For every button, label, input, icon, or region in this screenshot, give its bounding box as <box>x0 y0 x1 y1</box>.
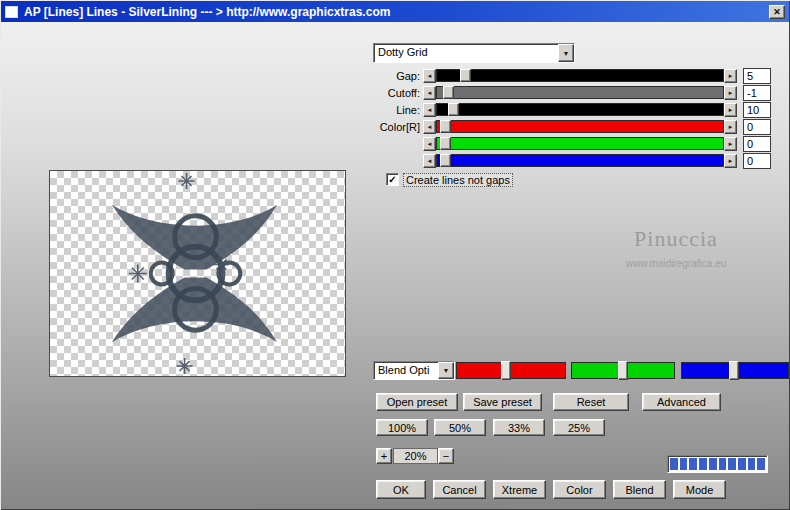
param-row-color-g: ◄ ► 0 <box>371 136 771 151</box>
progress-segment <box>719 458 727 470</box>
ok-button[interactable]: OK <box>376 480 426 499</box>
slider-right-arrow-icon[interactable]: ► <box>724 69 737 83</box>
blend-options-dropdown[interactable]: Blend Opti ▼ <box>373 361 455 380</box>
zoom-out-button[interactable]: − <box>438 448 454 464</box>
chevron-down-icon[interactable]: ▼ <box>438 362 454 379</box>
title-bar: AP [Lines] Lines - SilverLining --- > ht… <box>1 1 789 22</box>
close-icon[interactable]: ✕ <box>769 5 785 19</box>
slider-track[interactable] <box>436 154 724 167</box>
progress-segment <box>689 458 697 470</box>
zoom-100-button[interactable]: 100% <box>376 419 428 436</box>
window-title: AP [Lines] Lines - SilverLining --- > ht… <box>24 5 769 19</box>
blend-button[interactable]: Blend <box>613 480 666 499</box>
mode-button[interactable]: Mode <box>673 480 726 499</box>
save-preset-button[interactable]: Save preset <box>463 393 542 411</box>
zoom-50-button[interactable]: 50% <box>434 419 486 436</box>
progress-segment <box>670 458 678 470</box>
watermark-name: Pinuccia <box>586 226 766 252</box>
param-label: Line: <box>371 104 423 116</box>
xtreme-button[interactable]: Xtreme <box>493 480 546 499</box>
param-value[interactable]: -1 <box>743 85 771 101</box>
param-label: Color[R] <box>371 121 423 133</box>
slider-track[interactable] <box>436 137 724 150</box>
slider-handle[interactable] <box>448 103 459 116</box>
param-label: Gap: <box>371 70 423 82</box>
slider-left-arrow-icon[interactable]: ◄ <box>423 137 436 151</box>
progress-segment <box>757 458 765 470</box>
zoom-33-button[interactable]: 33% <box>493 419 545 436</box>
slider-track[interactable] <box>436 86 724 99</box>
create-lines-option[interactable]: ✓ Create lines not gaps <box>386 173 512 186</box>
progress-segment <box>680 458 688 470</box>
dialog-body: Dotty Grid ▼ Gap: ◄ ► 5 Cutoff: ◄ ► -1 L… <box>1 22 789 509</box>
slider-left-arrow-icon[interactable]: ◄ <box>423 103 436 117</box>
green-channel-thumb[interactable] <box>618 361 628 380</box>
fractal-image <box>50 171 345 376</box>
checkbox-label[interactable]: Create lines not gaps <box>404 174 512 186</box>
param-row-cutoff: Cutoff: ◄ ► -1 <box>371 85 771 100</box>
slider-right-arrow-icon[interactable]: ► <box>724 86 737 100</box>
reset-button[interactable]: Reset <box>553 393 629 411</box>
chevron-down-icon[interactable]: ▼ <box>558 44 574 62</box>
slider-handle[interactable] <box>440 137 451 150</box>
param-row-color-b: ◄ ► 0 <box>371 153 771 168</box>
progress-segment <box>709 458 717 470</box>
slider-right-arrow-icon[interactable]: ► <box>724 103 737 117</box>
open-preset-button[interactable]: Open preset <box>376 393 458 411</box>
blend-dropdown-value: Blend Opti <box>374 362 438 379</box>
slider-right-arrow-icon[interactable]: ► <box>724 120 737 134</box>
zoom-25-button[interactable]: 25% <box>553 419 605 436</box>
slider-track[interactable] <box>436 120 724 133</box>
zoom-level-display: 20% <box>393 448 438 464</box>
red-channel-slider[interactable] <box>456 362 566 379</box>
slider-right-arrow-icon[interactable]: ► <box>724 154 737 168</box>
slider-left-arrow-icon[interactable]: ◄ <box>423 120 436 134</box>
param-value[interactable]: 0 <box>743 136 771 152</box>
plugin-window: AP [Lines] Lines - SilverLining --- > ht… <box>0 0 790 510</box>
slider-left-arrow-icon[interactable]: ◄ <box>423 86 436 100</box>
red-channel-thumb[interactable] <box>501 361 511 380</box>
watermark: Pinuccia www.maidiregrafica.eu <box>586 226 766 269</box>
green-channel-slider[interactable] <box>571 362 675 379</box>
advanced-button[interactable]: Advanced <box>642 393 721 411</box>
slider-track[interactable] <box>436 103 724 116</box>
param-row-gap: Gap: ◄ ► 5 <box>371 68 771 83</box>
slider-track[interactable] <box>436 69 724 82</box>
zoom-in-button[interactable]: + <box>376 448 392 464</box>
slider-left-arrow-icon[interactable]: ◄ <box>423 69 436 83</box>
param-label: Cutoff: <box>371 87 423 99</box>
blue-channel-slider[interactable] <box>681 362 789 379</box>
slider-handle[interactable] <box>440 120 451 133</box>
slider-handle[interactable] <box>440 154 451 167</box>
checkbox-checked-icon[interactable]: ✓ <box>386 173 399 186</box>
param-value[interactable]: 0 <box>743 153 771 169</box>
blue-channel-thumb[interactable] <box>729 361 739 380</box>
preset-dropdown-value: Dotty Grid <box>374 44 558 62</box>
param-row-line: Line: ◄ ► 10 <box>371 102 771 117</box>
cancel-button[interactable]: Cancel <box>433 480 486 499</box>
param-value[interactable]: 5 <box>743 68 771 84</box>
slider-handle[interactable] <box>443 86 454 99</box>
preview-canvas[interactable] <box>49 170 346 377</box>
param-value[interactable]: 0 <box>743 119 771 135</box>
param-row-color-r: Color[R] ◄ ► 0 <box>371 119 771 134</box>
progress-segment <box>738 458 746 470</box>
progress-segment <box>748 458 756 470</box>
progress-segment <box>728 458 736 470</box>
slider-right-arrow-icon[interactable]: ► <box>724 137 737 151</box>
param-value[interactable]: 10 <box>743 102 771 118</box>
preset-dropdown[interactable]: Dotty Grid ▼ <box>373 43 575 63</box>
progress-bar <box>667 455 768 473</box>
color-button[interactable]: Color <box>553 480 606 499</box>
progress-segment <box>699 458 707 470</box>
slider-handle[interactable] <box>460 69 471 82</box>
app-icon <box>5 6 18 18</box>
slider-left-arrow-icon[interactable]: ◄ <box>423 154 436 168</box>
watermark-site: www.maidiregrafica.eu <box>586 258 766 269</box>
